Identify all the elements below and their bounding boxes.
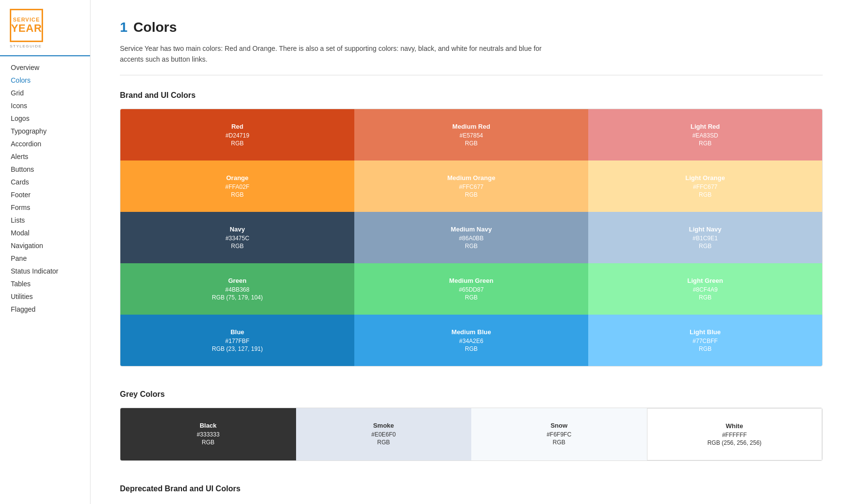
sidebar-item-logos[interactable]: Logos — [0, 112, 90, 125]
page-description: Service Year has two main colors: Red an… — [120, 43, 560, 65]
grey-color-grid: Black#333333RGBSmoke#E0E6F0RGBSnow#F6F9F… — [120, 408, 823, 461]
color-swatch-light-green: Light Green#8CF4A9RGB — [588, 263, 822, 315]
section-number: 1 — [120, 20, 128, 35]
grey-swatch-white: White#FFFFFFRGB (256, 256, 256) — [647, 408, 823, 460]
sidebar: SERVICE YEAR STYLEGUIDE OverviewColorsGr… — [0, 0, 91, 504]
sidebar-item-pane[interactable]: Pane — [0, 252, 90, 265]
grey-section-title: Grey Colors — [120, 390, 823, 399]
sidebar-item-alerts[interactable]: Alerts — [0, 150, 90, 163]
grey-swatch-smoke: Smoke#E0E6F0RGB — [296, 408, 472, 460]
brand-section: Brand and UI Colors Red#D24719RGBMedium … — [120, 91, 823, 367]
color-swatch-medium-orange: Medium Orange#FFC677RGB — [354, 160, 588, 212]
color-swatch-medium-red: Medium Red#E57854RGB — [354, 109, 588, 160]
sidebar-item-tables[interactable]: Tables — [0, 277, 90, 290]
color-swatch-navy: Navy#33475CRGB — [120, 212, 354, 263]
color-swatch-blue: Blue#177FBFRGB (23, 127, 191) — [120, 315, 354, 366]
logo-styleguide: STYLEGUIDE — [10, 44, 42, 48]
nav-list: OverviewColorsGridIconsLogosTypographyAc… — [0, 56, 90, 321]
sidebar-item-colors[interactable]: Colors — [0, 74, 90, 87]
brand-section-title: Brand and UI Colors — [120, 91, 823, 100]
color-swatch-light-navy: Light Navy#B1C9E1RGB — [588, 212, 822, 263]
deprecated-section: Deprecated Brand and UI Colors — [120, 484, 823, 493]
sidebar-item-flagged[interactable]: Flagged — [0, 303, 90, 316]
sidebar-item-forms[interactable]: Forms — [0, 201, 90, 214]
grey-swatch-snow: Snow#F6F9FCRGB — [471, 408, 647, 460]
sidebar-item-modal[interactable]: Modal — [0, 227, 90, 239]
sidebar-item-navigation[interactable]: Navigation — [0, 239, 90, 252]
sidebar-item-buttons[interactable]: Buttons — [0, 163, 90, 176]
color-swatch-medium-green: Medium Green#65DD87RGB — [354, 263, 588, 315]
logo-year: YEAR — [11, 23, 42, 34]
page-heading: Colors — [134, 20, 177, 35]
sidebar-item-grid[interactable]: Grid — [0, 87, 90, 99]
sidebar-item-status-indicator[interactable]: Status Indicator — [0, 265, 90, 277]
color-swatch-light-red: Light Red#EA83SDRGB — [588, 109, 822, 160]
brand-color-grid: Red#D24719RGBMedium Red#E57854RGBLight R… — [120, 109, 823, 367]
color-swatch-medium-navy: Medium Navy#86A0BBRGB — [354, 212, 588, 263]
sidebar-item-overview[interactable]: Overview — [0, 61, 90, 74]
sidebar-item-accordion[interactable]: Accordion — [0, 137, 90, 150]
color-swatch-medium-blue: Medium Blue#34A2E6RGB — [354, 315, 588, 366]
grey-section: Grey Colors Black#333333RGBSmoke#E0E6F0R… — [120, 390, 823, 461]
page-title-area: 1 Colors — [120, 20, 823, 35]
color-swatch-green: Green#4BB368RGB (75, 179, 104) — [120, 263, 354, 315]
sidebar-item-footer[interactable]: Footer — [0, 188, 90, 201]
color-swatch-light-orange: Light Orange#FFC677RGB — [588, 160, 822, 212]
divider — [120, 75, 823, 75]
grey-swatch-black: Black#333333RGB — [120, 408, 296, 460]
color-swatch-light-blue: Light Blue#77CBFFRGB — [588, 315, 822, 366]
sidebar-item-lists[interactable]: Lists — [0, 214, 90, 227]
sidebar-item-utilities[interactable]: Utilities — [0, 290, 90, 303]
sidebar-item-icons[interactable]: Icons — [0, 99, 90, 112]
main-content: 1 Colors Service Year has two main color… — [91, 0, 852, 504]
deprecated-section-title: Deprecated Brand and UI Colors — [120, 484, 823, 493]
color-swatch-orange: Orange#FFA02FRGB — [120, 160, 354, 212]
logo: SERVICE YEAR — [10, 9, 43, 42]
logo-area: SERVICE YEAR STYLEGUIDE — [0, 0, 90, 56]
sidebar-item-cards[interactable]: Cards — [0, 176, 90, 188]
color-swatch-red: Red#D24719RGB — [120, 109, 354, 160]
sidebar-item-typography[interactable]: Typography — [0, 125, 90, 137]
